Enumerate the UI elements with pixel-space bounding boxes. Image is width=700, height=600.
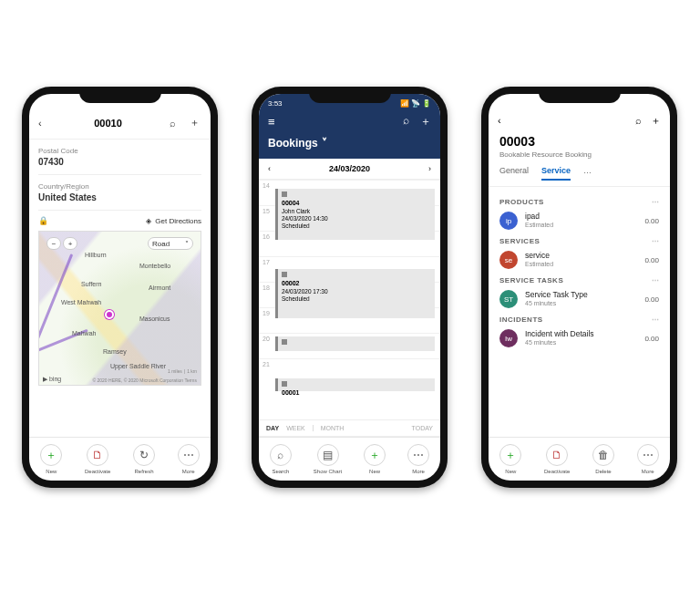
country-label: Country/Region [38, 182, 201, 191]
calendar-grid[interactable]: 1415161718192021 00004John Clark24/03/20… [259, 180, 440, 419]
refresh-button[interactable]: ↻Refresh [133, 444, 155, 474]
map-brand: ▶ bing [43, 376, 61, 383]
section-more-icon[interactable]: ⋯ [652, 316, 659, 324]
map-layer-label: Road [152, 240, 170, 248]
add-icon[interactable]: ＋ [651, 114, 661, 128]
section-more-icon[interactable]: ⋯ [652, 237, 659, 245]
item-title: service [525, 251, 637, 261]
hour-label: 16 [259, 232, 273, 256]
list-item[interactable]: se serviceEstimated 0.00 [499, 251, 659, 269]
hour-label: 18 [259, 283, 273, 307]
compass-icon: ◈ [146, 217, 151, 225]
showchart-button-label: Show Chart [314, 469, 342, 474]
section-incidents: INCIDENTS [499, 316, 543, 324]
showchart-button[interactable]: ▤Show Chart [314, 444, 342, 474]
search-icon[interactable]: ⌕ [635, 115, 642, 126]
map-view[interactable]: − + Road ˅ Hillburn Montebello Suffern A… [38, 231, 201, 386]
map-town-label: Suffern [81, 281, 101, 287]
map-layer-select[interactable]: Road ˅ [148, 237, 193, 250]
chevron-down-icon[interactable]: ˅ [322, 137, 327, 150]
map-town-label: Hillburn [85, 252, 107, 258]
tab-service[interactable]: Service [541, 166, 571, 181]
new-button[interactable]: ＋New [499, 444, 521, 474]
tab-week[interactable]: WEEK [286, 425, 305, 431]
tab-month[interactable]: MONTH [313, 425, 345, 431]
section-more-icon[interactable]: ⋯ [652, 276, 659, 284]
map-legal: © 2020 HERE, © 2020 Microsoft Corporatio… [92, 378, 197, 383]
postal-label: Postal Code [38, 147, 201, 155]
add-icon[interactable]: ＋ [420, 114, 431, 129]
zoom-in-button[interactable]: + [63, 237, 77, 250]
chevron-down-icon: ˅ [185, 240, 189, 248]
list-item[interactable]: ip ipadEstimated 0.00 [499, 212, 659, 230]
hour-label: 21 [259, 359, 273, 384]
tab-general[interactable]: General [499, 166, 529, 181]
postal-value[interactable]: 07430 [38, 157, 201, 167]
calendar-appointment[interactable]: 0000224/03/2020 17:30Scheduled [275, 269, 435, 318]
search-button[interactable]: ⌕Search [270, 444, 292, 474]
item-amount: 0.00 [644, 256, 659, 264]
deactivate-button-label: Deactivate [544, 469, 570, 474]
hour-label: 14 [259, 181, 273, 205]
tab-more[interactable]: … [583, 166, 592, 181]
hour-label: 15 [259, 206, 273, 231]
item-title: Service Task Type [525, 290, 637, 300]
calendar-appointment[interactable]: 00001 [275, 378, 435, 391]
next-day-button[interactable]: › [428, 164, 431, 173]
item-sub: 45 minutes [525, 300, 637, 308]
more-button[interactable]: ⋯More [637, 444, 659, 474]
avatar: ST [499, 290, 518, 308]
map-town-label: Masonicus [139, 316, 170, 322]
item-sub: 45 minutes [525, 339, 637, 347]
today-button[interactable]: TODAY [412, 425, 433, 431]
map-town-label: Upper Saddle River [110, 363, 166, 369]
lock-icon: 🔒 [38, 216, 48, 225]
delete-button[interactable]: 🗑Delete [592, 444, 614, 474]
map-pin-icon [105, 310, 114, 319]
map-scale: 1 miles|1 km [168, 368, 197, 374]
section-products: PRODUCTS [499, 198, 544, 206]
deactivate-button[interactable]: 🗋Deactivate [85, 444, 110, 474]
new-button-label: New [505, 469, 516, 474]
calendar-appointment[interactable] [275, 336, 435, 351]
get-directions-link[interactable]: Get Directions [155, 217, 201, 225]
deactivate-button[interactable]: 🗋Deactivate [544, 444, 570, 474]
search-button-label: Search [272, 469, 289, 474]
search-icon[interactable]: ⌕ [403, 114, 409, 129]
avatar: ip [499, 212, 518, 230]
more-button[interactable]: ⋯More [407, 444, 429, 474]
tab-day[interactable]: DAY [266, 425, 279, 431]
list-item[interactable]: Iw Incident with Details45 minutes 0.00 [499, 329, 659, 347]
map-town-label: Montebello [139, 263, 170, 269]
item-title: Incident with Details [525, 329, 637, 339]
current-date[interactable]: 24/03/2020 [329, 164, 370, 173]
new-button[interactable]: ＋New [364, 444, 386, 474]
section-services: SERVICES [499, 237, 540, 245]
country-value[interactable]: United States [38, 192, 201, 202]
back-icon[interactable]: ‹ [38, 118, 51, 129]
zoom-out-button[interactable]: − [46, 237, 61, 250]
status-time: 3:53 [268, 99, 283, 110]
prev-day-button[interactable]: ‹ [268, 164, 271, 173]
add-icon[interactable]: ＋ [187, 116, 201, 129]
map-town-label: Airmont [149, 284, 170, 291]
search-icon[interactable]: ⌕ [165, 118, 180, 129]
menu-icon[interactable]: ≡ [268, 115, 275, 129]
delete-button-label: Delete [595, 469, 611, 474]
more-button-label: More [182, 469, 195, 474]
record-title: 00003 [489, 134, 670, 150]
hour-label: 20 [259, 334, 273, 358]
calendar-appointment[interactable]: 00004John Clark24/03/2020 14:30Scheduled [275, 189, 435, 240]
more-button[interactable]: ⋯More [178, 444, 200, 474]
new-button[interactable]: ＋New [40, 444, 62, 474]
back-icon[interactable]: ‹ [498, 115, 510, 126]
deactivate-button-label: Deactivate [85, 469, 110, 474]
map-town-label: Mahwah [72, 330, 96, 336]
list-item[interactable]: ST Service Task Type45 minutes 0.00 [499, 290, 659, 308]
page-title[interactable]: Bookings [268, 137, 318, 150]
record-subtitle: Bookable Resource Booking [489, 150, 670, 166]
section-more-icon[interactable]: ⋯ [652, 198, 659, 206]
more-button-label: More [412, 469, 425, 474]
hour-label: 17 [259, 257, 273, 282]
avatar: Iw [499, 329, 518, 347]
